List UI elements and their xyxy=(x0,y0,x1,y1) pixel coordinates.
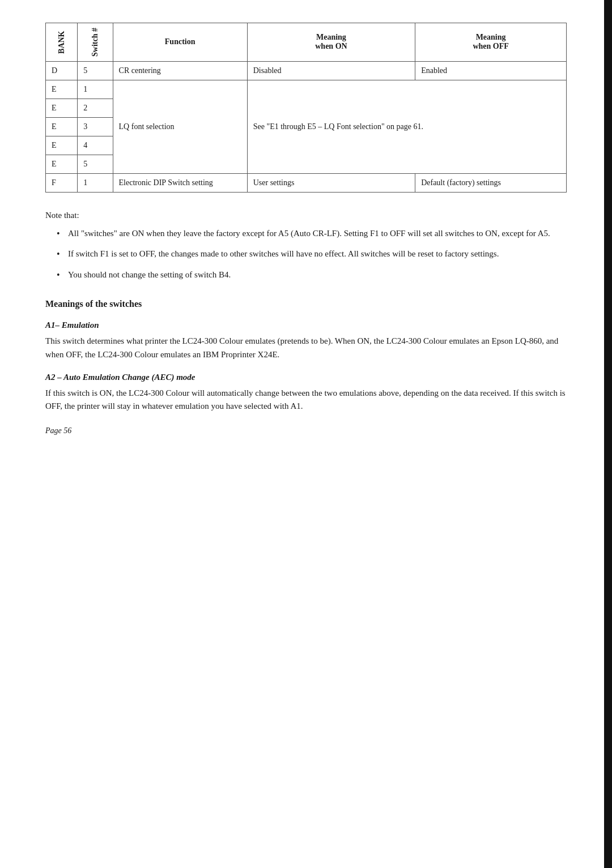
switch-heading-a2: A2 – Auto Emulation Change (AEC) mode xyxy=(45,373,567,382)
note-section: Note that: All "switches" are ON when th… xyxy=(45,211,567,281)
cell-bank: E xyxy=(46,80,78,99)
cell-bank: E xyxy=(46,136,78,155)
cell-meaning-on: Disabled xyxy=(247,61,415,80)
cell-switch: 2 xyxy=(78,99,113,117)
table-row: F 1 Electronic DIP Switch setting User s… xyxy=(46,173,567,192)
cell-switch: 1 xyxy=(78,173,113,192)
cell-switch: 4 xyxy=(78,136,113,155)
switch-entry-a1: A1– Emulation This switch determines wha… xyxy=(45,320,567,361)
list-item: If switch F1 is set to OFF, the changes … xyxy=(57,247,567,260)
cell-bank: E xyxy=(46,117,78,136)
cell-switch: 1 xyxy=(78,80,113,99)
note-title: Note that: xyxy=(45,211,567,220)
cell-switch: 5 xyxy=(78,155,113,173)
cell-function-lq: LQ font selection xyxy=(113,80,247,173)
cell-bank: F xyxy=(46,173,78,192)
cell-meaning-lq: See "E1 through E5 – LQ Font selection" … xyxy=(247,80,566,173)
header-meaning-off: Meaningwhen OFF xyxy=(415,23,567,62)
header-bank: BANK xyxy=(46,23,78,62)
table-row: D 5 CR centering Disabled Enabled xyxy=(46,61,567,80)
switch-heading-a1: A1– Emulation xyxy=(45,320,567,330)
cell-function-f: Electronic DIP Switch setting xyxy=(113,173,247,192)
cell-meaning-off: Enabled xyxy=(415,61,567,80)
header-switch: Switch # xyxy=(78,23,113,62)
page-content: BANK Switch # Function Meaningwhen ON Me… xyxy=(45,23,567,435)
cell-bank: E xyxy=(46,155,78,173)
switch-body-a2: If this switch is ON, the LC24-300 Colou… xyxy=(45,387,567,413)
cell-switch: 5 xyxy=(78,61,113,80)
cell-function: CR centering xyxy=(113,61,247,80)
header-function: Function xyxy=(113,23,247,62)
right-border-bar xyxy=(604,0,612,868)
page-number: Page 56 xyxy=(45,426,567,435)
cell-bank: D xyxy=(46,61,78,80)
bullet-list: All "switches" are ON when they leave th… xyxy=(45,227,567,281)
cell-bank: E xyxy=(46,99,78,117)
header-meaning-on: Meaningwhen ON xyxy=(247,23,415,62)
cell-meaning-on-f: User settings xyxy=(247,173,415,192)
data-table: BANK Switch # Function Meaningwhen ON Me… xyxy=(45,23,567,193)
list-item: All "switches" are ON when they leave th… xyxy=(57,227,567,240)
meanings-title: Meanings of the switches xyxy=(45,299,567,309)
table-row: E 1 LQ font selection See "E1 through E5… xyxy=(46,80,567,99)
cell-meaning-off-f: Default (factory) settings xyxy=(415,173,567,192)
switch-body-a1: This switch determines what printer the … xyxy=(45,335,567,361)
meanings-section: Meanings of the switches A1– Emulation T… xyxy=(45,299,567,413)
switch-entry-a2: A2 – Auto Emulation Change (AEC) mode If… xyxy=(45,373,567,413)
list-item: You should not change the setting of swi… xyxy=(57,268,567,281)
cell-switch: 3 xyxy=(78,117,113,136)
